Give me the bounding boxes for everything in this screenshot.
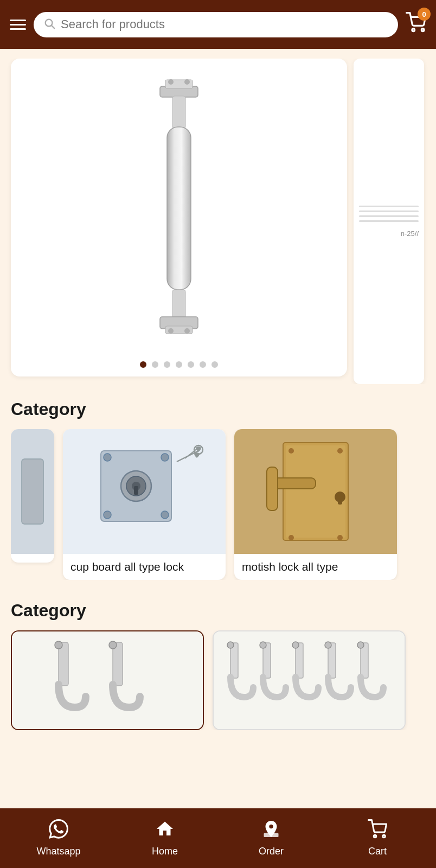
svg-rect-15	[22, 459, 43, 524]
order-icon	[261, 819, 281, 843]
svg-point-6	[168, 79, 174, 85]
banner-track: n-25//	[0, 59, 436, 384]
svg-point-41	[109, 641, 117, 649]
cart-button[interactable]: 0	[406, 12, 426, 37]
banner-dot-7[interactable]	[211, 361, 218, 368]
cart-nav-icon	[368, 819, 387, 843]
banner-card-main[interactable]	[11, 59, 347, 376]
svg-point-45	[260, 642, 266, 648]
svg-point-14	[184, 328, 190, 334]
svg-rect-29	[286, 445, 345, 538]
banner-dot-1[interactable]	[140, 361, 146, 368]
hooks-image-1	[12, 631, 203, 729]
svg-point-49	[325, 642, 331, 648]
svg-point-34	[288, 448, 294, 454]
nav-item-order[interactable]: Order	[218, 819, 324, 857]
nav-label-cart: Cart	[368, 846, 387, 857]
banner-product-image	[98, 67, 260, 355]
svg-rect-33	[338, 497, 342, 505]
nav-label-home: Home	[152, 846, 178, 857]
svg-point-39	[55, 641, 62, 649]
category-title-1: Category	[11, 399, 425, 419]
search-bar[interactable]	[34, 12, 398, 37]
svg-point-17	[104, 454, 111, 461]
cart-badge: 0	[418, 8, 431, 21]
svg-point-2	[412, 29, 415, 31]
nav-label-whatsapp: Whatsapp	[36, 846, 80, 857]
svg-point-18	[161, 454, 169, 461]
banner-section: n-25//	[0, 49, 436, 384]
header: 0	[0, 0, 436, 49]
banner-side-label: n-25//	[359, 229, 419, 238]
svg-point-36	[288, 535, 294, 540]
banner-dot-3[interactable]	[164, 361, 170, 368]
svg-rect-10	[172, 290, 185, 320]
hooks-svg-2	[220, 639, 399, 723]
category-title-2: Category	[11, 601, 425, 621]
svg-point-37	[337, 535, 343, 540]
whatsapp-icon	[49, 819, 68, 843]
handle-product-svg	[119, 70, 239, 352]
category-section-1: Category	[0, 384, 436, 585]
motish-lock-svg	[256, 437, 375, 546]
search-icon	[43, 17, 55, 32]
svg-point-20	[161, 511, 169, 519]
nav-item-whatsapp[interactable]: Whatsapp	[5, 819, 112, 857]
category-card-cupboard[interactable]: cup board all type lock	[63, 429, 226, 580]
svg-point-43	[227, 642, 234, 648]
banner-dot-5[interactable]	[188, 361, 194, 368]
svg-point-51	[357, 642, 364, 648]
svg-point-7	[184, 79, 190, 85]
svg-point-19	[104, 511, 111, 519]
hooks-image-2	[214, 631, 405, 729]
category-scroll-2	[11, 630, 425, 730]
svg-point-47	[292, 642, 299, 648]
category-scroll-1: cup board all type lock	[11, 429, 425, 580]
motish-lock-image	[234, 429, 397, 554]
nav-item-home[interactable]: Home	[112, 819, 218, 857]
menu-button[interactable]	[10, 20, 26, 30]
partial-product-svg	[16, 454, 49, 529]
svg-point-35	[337, 448, 343, 454]
svg-rect-24	[134, 486, 138, 495]
svg-rect-31	[267, 467, 278, 510]
category-card-hooks-1[interactable]	[11, 630, 204, 730]
svg-point-3	[421, 29, 424, 31]
svg-point-13	[168, 328, 174, 334]
svg-rect-52	[264, 833, 279, 838]
motish-lock-label: motish lock all type	[234, 554, 397, 580]
cupboard-lock-image	[63, 429, 226, 554]
nav-item-cart[interactable]: Cart	[324, 819, 431, 857]
search-input[interactable]	[61, 17, 388, 31]
banner-dot-6[interactable]	[200, 361, 206, 368]
category-card-hooks-2[interactable]	[213, 630, 406, 730]
home-icon	[155, 819, 175, 843]
banner-dots	[140, 361, 218, 368]
svg-point-54	[383, 835, 386, 838]
cupboard-lock-label: cup board all type lock	[63, 554, 226, 580]
bottom-nav: Whatsapp Home Order Cart	[0, 808, 436, 868]
svg-rect-9	[167, 127, 191, 290]
svg-rect-8	[172, 96, 185, 129]
category-section-2: Category	[0, 585, 436, 736]
category-card-partial[interactable]	[11, 429, 54, 563]
hooks-svg-1	[26, 637, 189, 724]
category-card-motish[interactable]: motish lock all type	[234, 429, 397, 580]
banner-card-side[interactable]: n-25//	[354, 59, 424, 384]
drawer-lock-svg	[85, 440, 204, 543]
svg-line-1	[52, 25, 54, 28]
nav-label-order: Order	[259, 846, 284, 857]
banner-dot-2[interactable]	[152, 361, 158, 368]
banner-dot-4[interactable]	[176, 361, 182, 368]
svg-point-53	[374, 835, 376, 838]
